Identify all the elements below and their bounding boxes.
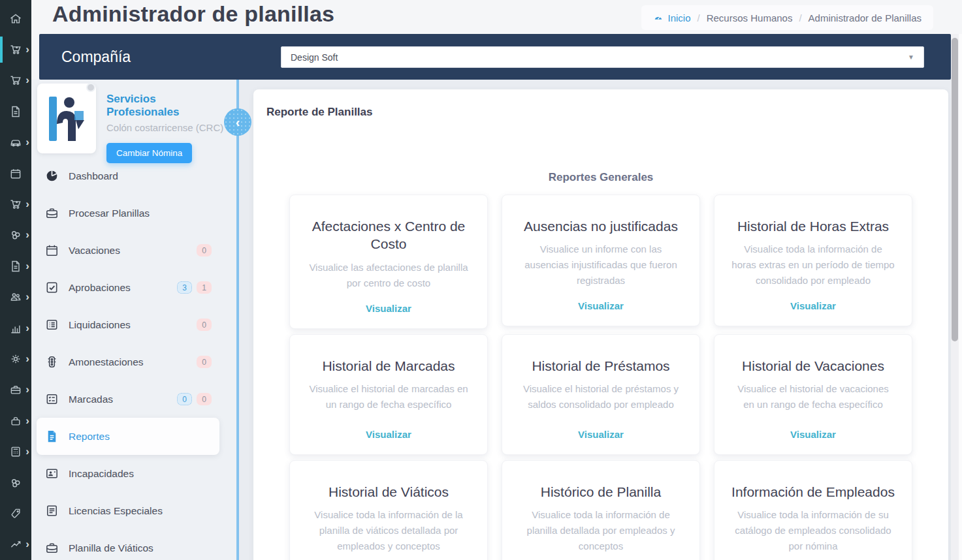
chevron-right-icon: › — [25, 291, 29, 302]
report-card-afectaciones: Afectaciones x Centro de Costo Visualice… — [289, 194, 488, 329]
chevron-right-icon: › — [25, 384, 29, 395]
rail-treasury-button[interactable] — [0, 467, 31, 498]
rail-settings-button[interactable]: › — [0, 343, 31, 374]
visualizar-link[interactable]: Visualizar — [307, 554, 470, 560]
sidebar-item-liquidaciones[interactable]: Liquidaciones 0 — [37, 306, 219, 343]
rail-payroll-button[interactable]: › — [0, 34, 31, 65]
report-cards-grid: Afectaciones x Centro de Costo Visualice… — [289, 194, 948, 560]
bag-icon — [9, 414, 22, 428]
rail-analytics-button[interactable]: › — [0, 313, 31, 343]
rail-vehicles-button[interactable]: › — [0, 127, 31, 158]
cart-plus-icon — [9, 198, 22, 211]
breadcrumb-separator: / — [799, 12, 801, 23]
vertical-scrollbar-thumb[interactable] — [952, 38, 958, 341]
report-card-horas-extras: Historial de Horas Extras Visualice toda… — [714, 194, 912, 326]
chevron-right-icon: › — [25, 415, 29, 426]
sidebar-item-planilla-viaticos[interactable]: Planilla de Viáticos — [37, 529, 219, 560]
rail-trends-button[interactable]: › — [0, 529, 31, 560]
report-card-ausencias: Ausencias no justificadas Visualice un i… — [502, 194, 700, 326]
tag-icon — [9, 507, 22, 520]
rail-documents-button[interactable] — [0, 96, 31, 127]
panel-title: Reporte de Planillas — [253, 89, 948, 119]
sidebar-item-licencias-especiales[interactable]: Licencias Especiales — [37, 492, 219, 529]
page-header: Administrador de planillas Inicio / Recu… — [31, 0, 962, 34]
home-icon — [9, 12, 22, 25]
rail-reports-button[interactable]: › — [0, 251, 31, 281]
visualizar-link[interactable]: Visualizar — [731, 554, 895, 560]
car-icon — [9, 136, 22, 149]
traffic-light-icon — [44, 354, 59, 369]
company-currency: Colón costarricense (CRC) — [106, 122, 231, 133]
trend-chart-icon — [9, 538, 22, 551]
chevron-right-icon: › — [25, 44, 29, 55]
rail-home-button[interactable] — [0, 3, 31, 34]
rail-tools-button[interactable]: › — [0, 375, 31, 405]
checklist-icon — [44, 392, 59, 407]
sidebar-item-procesar-planillas[interactable]: Procesar Planillas — [37, 194, 219, 232]
sidebar: Servicios Profesionales Colón costarrice… — [31, 80, 236, 560]
visualizar-link[interactable]: Visualizar — [519, 417, 682, 440]
section-title: Reportes Generales — [253, 171, 948, 184]
rail-sales-button[interactable]: › — [0, 189, 31, 219]
rail-tags-button[interactable] — [0, 498, 31, 529]
sidebar-item-incapacidades[interactable]: Incapacidades — [37, 455, 219, 492]
visualizar-link[interactable]: Visualizar — [519, 554, 682, 560]
report-card-informacion-empleados: Información de Empleados Visualice toda … — [714, 460, 912, 560]
visualizar-link[interactable]: Visualizar — [307, 291, 470, 314]
visualizar-link[interactable]: Visualizar — [731, 417, 895, 440]
rail-assets-button[interactable]: › — [0, 405, 31, 436]
company-band-label: Compañía — [61, 48, 131, 66]
company-settings-icon[interactable] — [86, 83, 95, 92]
report-card-marcadas: Historial de Marcadas Visualice el histo… — [289, 334, 488, 455]
briefcase-icon — [44, 206, 59, 221]
sidebar-item-marcadas[interactable]: Marcadas 0 0 — [37, 381, 219, 418]
count-badge: 0 — [197, 319, 212, 331]
list-icon — [44, 317, 59, 332]
sidebar-item-amonestaciones[interactable]: Amonestaciones 0 — [37, 343, 219, 381]
breadcrumb-home-link[interactable]: Inicio — [653, 12, 690, 23]
rail-hr-button[interactable]: › — [0, 282, 31, 313]
card-row: Afectaciones x Centro de Costo Visualice… — [289, 194, 948, 329]
sidebar-item-reportes[interactable]: Reportes — [37, 418, 219, 455]
rail-purchases-button[interactable]: › — [0, 65, 31, 96]
company-info: Servicios Profesionales Colón costarrice… — [106, 93, 231, 163]
visualizar-link[interactable]: Visualizar — [307, 417, 470, 440]
count-badge: 3 — [177, 281, 192, 294]
sidebar-menu: Dashboard Procesar Planillas Vacaciones … — [31, 157, 236, 560]
breadcrumb: Inicio / Recursos Humanos / Administrado… — [641, 5, 933, 30]
chevron-left-icon: ‹ — [236, 115, 240, 130]
chevron-right-icon: › — [25, 74, 29, 86]
cart-icon — [9, 74, 22, 87]
reports-panel: Reporte de Planillas Reportes Generales … — [253, 89, 948, 560]
sidebar-item-vacaciones[interactable]: Vacaciones 0 — [37, 232, 219, 269]
change-payroll-button[interactable]: Cambiar Nómina — [106, 143, 192, 163]
gear-icon — [9, 352, 22, 366]
rail-finance-button[interactable]: › — [0, 220, 31, 251]
chevron-right-icon: › — [25, 198, 29, 210]
sidebar-item-aprobaciones[interactable]: Aprobaciones 3 1 — [37, 269, 219, 306]
visualizar-link[interactable]: Visualizar — [731, 288, 895, 311]
breadcrumb-item-rrhh[interactable]: Recursos Humanos — [707, 12, 793, 23]
file-icon — [9, 105, 22, 118]
coins-icon — [9, 476, 22, 490]
document-lines-icon — [44, 503, 59, 518]
checkbox-icon — [44, 280, 59, 295]
visualizar-link[interactable]: Visualizar — [519, 288, 682, 311]
calendar-icon — [44, 243, 59, 258]
company-select-value: Design Soft — [291, 52, 338, 63]
sidebar-divider — [236, 80, 239, 560]
company-select[interactable]: Design Soft ▼ — [281, 46, 924, 68]
icon-rail: › › › › › › › › › › › › › — [0, 0, 31, 560]
chevron-right-icon: › — [25, 353, 29, 364]
company-name: Servicios Profesionales — [106, 93, 231, 119]
rail-calendar-button[interactable] — [0, 158, 31, 189]
rail-accounting-button[interactable]: › — [0, 436, 31, 467]
chevron-right-icon: › — [25, 322, 29, 333]
chevron-right-icon: › — [25, 136, 29, 148]
sidebar-collapse-button[interactable]: ‹ — [224, 108, 251, 136]
report-card-historico-planilla: Histórico de Planilla Visualice toda la … — [502, 460, 700, 560]
breadcrumb-separator: / — [697, 12, 700, 23]
vertical-scrollbar-track[interactable] — [951, 34, 959, 560]
main-content: Reporte de Planillas Reportes Generales … — [239, 80, 951, 560]
users-icon — [9, 290, 22, 303]
